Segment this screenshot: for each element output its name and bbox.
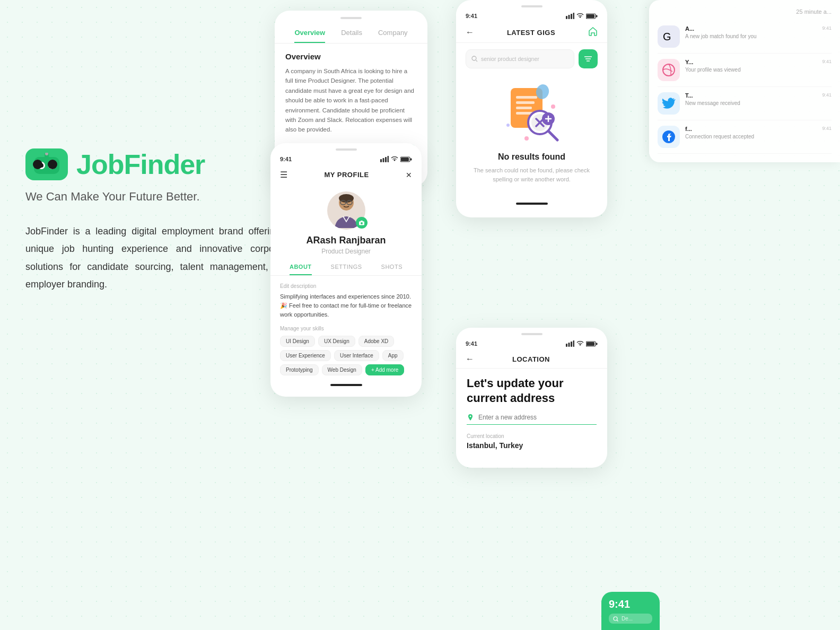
svg-point-3	[39, 163, 43, 168]
svg-rect-33	[516, 96, 537, 99]
skill-user-interface[interactable]: User Interface	[334, 350, 379, 361]
green-search-bar[interactable]: De...	[609, 614, 652, 624]
no-results-illustration	[500, 80, 564, 144]
svg-text:G: G	[663, 31, 671, 42]
notif-title-1: A...	[685, 25, 817, 32]
svg-rect-21	[568, 15, 570, 19]
profile-status-bar: 9:41	[270, 151, 422, 165]
tab-details[interactable]: Details	[341, 29, 362, 43]
skills-label: Manage your skills	[270, 326, 422, 331]
svg-rect-50	[568, 343, 570, 347]
skill-app[interactable]: App	[382, 350, 404, 361]
svg-rect-52	[573, 340, 575, 347]
location-title: Let's update your current address	[467, 376, 597, 405]
no-results-area: No results found The search could not be…	[456, 75, 607, 194]
svg-rect-54	[587, 342, 594, 346]
overview-text: A company in South Africa is looking to …	[285, 66, 417, 135]
notif-item-4[interactable]: f... Connection request accepted 9:41	[658, 120, 832, 154]
close-icon[interactable]: ✕	[406, 171, 412, 179]
address-input[interactable]	[478, 414, 597, 421]
location-section-label: LOCATION	[512, 355, 550, 363]
gigs-title: LATEST GIGS	[507, 29, 555, 37]
notif-desc-4: Connection request accepted	[685, 133, 817, 141]
svg-line-28	[476, 60, 478, 62]
skill-ux-design[interactable]: UX Design	[318, 336, 355, 347]
skills-wrap: UI Design UX Design Adobe XD User Experi…	[270, 336, 422, 375]
notif-icon-3	[658, 92, 680, 115]
location-back-icon[interactable]: ←	[466, 354, 474, 364]
card-profile: 9:41 ☰ MY PROFILE ✕	[270, 143, 422, 397]
notif-desc-3: New message received	[685, 100, 817, 107]
overview-title: Overview	[285, 52, 417, 61]
notif-item-2[interactable]: Y... Your profile was viewed 9:41	[658, 54, 832, 87]
location-header: ← LOCATION	[456, 350, 607, 369]
svg-rect-23	[573, 13, 575, 19]
notif-desc-1: A new job match found for you	[685, 33, 817, 40]
svg-rect-51	[571, 342, 572, 347]
skill-prototyping[interactable]: Prototyping	[280, 364, 319, 375]
svg-rect-35	[516, 107, 532, 109]
bio-text: Simplifying interfaces and experiences s…	[270, 292, 422, 319]
notif-item-3[interactable]: T... New message received 9:41	[658, 87, 832, 120]
gigs-status-bar: 9:41	[456, 7, 607, 22]
notif-desc-2: Your profile was viewed	[685, 66, 817, 74]
address-input-wrap	[467, 414, 597, 425]
svg-rect-25	[587, 14, 594, 18]
ptab-about[interactable]: ABOUT	[290, 264, 312, 275]
apply-tabs: Overview Details Company	[275, 19, 427, 43]
description: JobFinder is a leading digital employmen…	[25, 223, 291, 293]
svg-rect-12	[401, 158, 409, 161]
search-row: senior product designer	[456, 43, 607, 75]
gigs-home-icon[interactable]	[588, 27, 598, 38]
skill-user-experience[interactable]: User Experience	[280, 350, 331, 361]
profile-title: MY PROFILE	[324, 171, 369, 179]
svg-point-1	[38, 162, 45, 169]
notif-time-3: 9:41	[822, 92, 832, 98]
svg-point-48	[506, 124, 510, 127]
search-placeholder: senior product designer	[481, 56, 539, 62]
avatar-section: ARash Ranjbaran Product Designer	[270, 186, 422, 264]
svg-point-46	[524, 136, 529, 141]
camera-badge[interactable]	[356, 217, 368, 229]
svg-rect-55	[596, 343, 598, 345]
app-name: JobFinder	[76, 148, 205, 180]
gigs-bottom-bar	[516, 203, 548, 205]
notif-time-4: 9:41	[822, 126, 832, 131]
gigs-back-icon[interactable]: ←	[466, 28, 474, 37]
tab-overview[interactable]: Overview	[294, 29, 325, 43]
current-location-value: Istanbul, Turkey	[467, 441, 597, 450]
skill-adobe-xd[interactable]: Adobe XD	[358, 336, 395, 347]
location-status-bar: 9:41	[456, 335, 607, 350]
notif-item-1[interactable]: G A... A new job match found for you 9:4…	[658, 20, 832, 54]
notif-title-4: f...	[685, 126, 817, 132]
search-box[interactable]: senior product designer	[466, 49, 574, 68]
hamburger-icon[interactable]: ☰	[280, 170, 287, 180]
ptab-settings[interactable]: SETTINGS	[331, 264, 362, 275]
tab-company[interactable]: Company	[378, 29, 408, 43]
avatar-wrap	[327, 191, 365, 230]
profile-header: ☰ MY PROFILE ✕	[270, 165, 422, 186]
location-status-time: 9:41	[466, 340, 477, 347]
green-search-label: De...	[622, 616, 633, 622]
skill-ui-design[interactable]: UI Design	[280, 336, 315, 347]
notif-icon-4	[658, 126, 680, 148]
ptab-shots[interactable]: SHOTS	[381, 264, 402, 275]
notif-body-3: T... New message received	[685, 92, 817, 107]
profile-status-time: 9:41	[280, 156, 292, 162]
svg-rect-9	[385, 157, 387, 162]
notif-title-3: T...	[685, 92, 817, 99]
profile-tabs: ABOUT SETTINGS SHOTS	[270, 264, 422, 276]
gigs-status-time: 9:41	[466, 13, 477, 19]
tagline: We Can Make Your Future Better.	[25, 190, 291, 204]
skill-web-design[interactable]: Web Design	[322, 364, 362, 375]
svg-point-19	[361, 222, 363, 224]
skill-add-more[interactable]: + Add more	[365, 364, 404, 375]
svg-rect-8	[383, 158, 384, 162]
notif-body-2: Y... Your profile was viewed	[685, 59, 817, 74]
logo-icon	[25, 148, 68, 180]
filter-button[interactable]	[579, 49, 598, 68]
green-phone-card: 9:41 De...	[601, 592, 660, 630]
left-section: JobFinder We Can Make Your Future Better…	[25, 148, 291, 293]
notif-time-1: 9:41	[822, 25, 832, 31]
svg-rect-49	[566, 344, 567, 347]
